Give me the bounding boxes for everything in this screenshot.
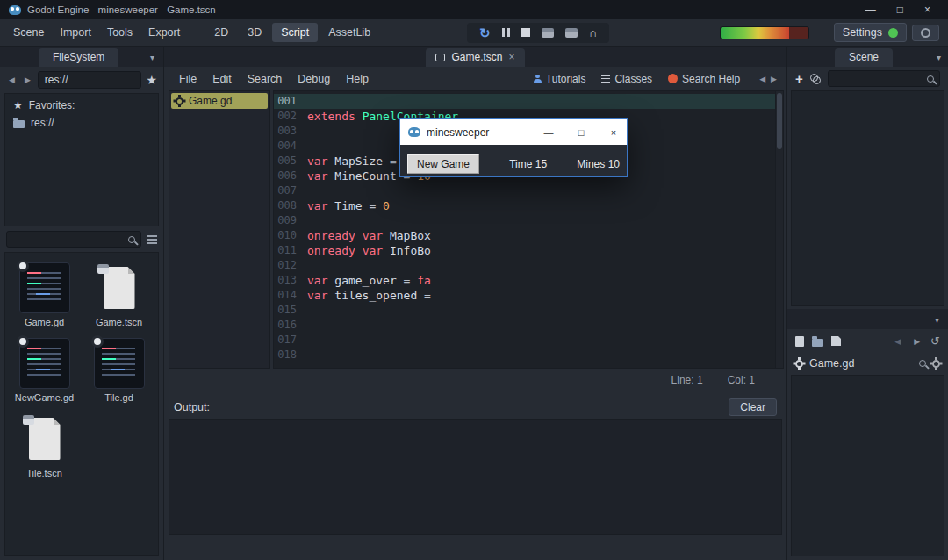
inspector-forward-button[interactable]: ▶ [911, 335, 923, 348]
script-menu-edit[interactable]: Edit [205, 69, 240, 89]
stop-button[interactable] [521, 28, 530, 37]
inspector-tools-icon[interactable] [932, 360, 940, 368]
favorites-header[interactable]: ★ Favorites: [7, 97, 156, 114]
window-title: Godot Engine - minesweeper - Game.tscn [27, 4, 216, 15]
script-list-item[interactable]: Game.gd [171, 93, 268, 109]
new-resource-icon[interactable] [795, 336, 804, 347]
load-resource-icon[interactable] [812, 339, 823, 347]
history-icon[interactable]: ↺ [930, 334, 940, 348]
inspector-dock-menu-icon[interactable]: ▾ [933, 315, 941, 329]
line-number: 008 [274, 198, 307, 213]
path-input[interactable]: res:// [38, 71, 142, 89]
play-scene-icon [542, 28, 554, 38]
scene-badge-icon [23, 415, 34, 425]
script-forward-button[interactable]: ▶ [768, 73, 779, 85]
code-line[interactable]: 016 [274, 318, 775, 333]
script-back-button[interactable]: ◀ [757, 73, 768, 85]
file-item-tile-tscn[interactable]: Tile.tscn [7, 409, 82, 485]
menu-import[interactable]: Import [52, 23, 98, 42]
minesweeper-window: minesweeper — □ × New Game Time 15 Mines… [399, 118, 628, 177]
code-text: onready var InfoBo [307, 243, 431, 258]
favorite-toggle-button[interactable]: ★ [146, 73, 157, 87]
audio-monitor-button[interactable]: ∩ [589, 27, 597, 39]
code-line[interactable]: 018 [274, 348, 775, 363]
history-back-button[interactable]: ◀ [6, 74, 18, 86]
screen-tab-2d[interactable]: 2D [205, 23, 237, 42]
code-scrollbar[interactable] [775, 91, 783, 368]
code-line[interactable]: 010onready var MapBox [274, 228, 775, 243]
play-scene-button[interactable] [542, 28, 554, 38]
play-custom-scene-button[interactable] [565, 28, 578, 38]
script-menu-debug[interactable]: Debug [290, 69, 338, 89]
scrollbar-thumb[interactable] [777, 93, 782, 149]
tab-filesystem[interactable]: FileSystem [39, 48, 118, 67]
inspector-search-icon[interactable] [919, 360, 926, 367]
filesystem-search-input[interactable] [6, 231, 141, 248]
menu-export[interactable]: Export [140, 23, 188, 42]
minimize-button[interactable]: — [865, 4, 876, 15]
code-line[interactable]: 011onready var InfoBo [274, 243, 775, 258]
menu-tools[interactable]: Tools [99, 23, 140, 42]
screen-tab-3d[interactable]: 3D [239, 23, 270, 42]
clear-button[interactable]: Clear [729, 398, 777, 416]
line-number: 001 [274, 94, 307, 109]
game-close-button[interactable]: × [600, 119, 627, 145]
tab-game-tscn[interactable]: Game.tscn × [426, 48, 524, 67]
file-item-game-gd[interactable]: Game.gd [7, 258, 82, 334]
root-folder-item[interactable]: res:// [7, 114, 156, 132]
inspector-back-button[interactable]: ◀ [892, 335, 903, 348]
dock-menu-icon[interactable]: ▾ [148, 53, 156, 67]
game-minimize-button[interactable]: — [535, 119, 562, 145]
filter-nodes-input[interactable] [828, 70, 940, 87]
code-line[interactable]: 013var game_over = fa [274, 273, 775, 288]
pause-button[interactable] [502, 28, 510, 37]
file-item-tile-gd[interactable]: Tile.gd [82, 334, 156, 409]
close-tab-icon[interactable]: × [509, 51, 515, 63]
code-line[interactable]: 009 [274, 213, 775, 228]
file-name: Game.tscn [96, 317, 142, 327]
code-line[interactable]: 015 [274, 303, 775, 318]
script-menu-help[interactable]: Help [338, 69, 377, 89]
code-line[interactable]: 017 [274, 333, 775, 348]
inspector-toolbar: ◀ ▶ ↺ [787, 329, 948, 353]
settings-button[interactable]: Settings [834, 23, 907, 42]
help-label: Search Help [682, 73, 740, 85]
menu-scene[interactable]: Scene [5, 23, 52, 42]
game-maximize-button[interactable]: □ [568, 119, 594, 145]
file-list-toggle-icon[interactable] [147, 235, 157, 244]
history-forward-button[interactable]: ▶ [22, 74, 33, 86]
save-resource-icon[interactable] [831, 336, 841, 346]
scene-dock-menu-icon[interactable]: ▾ [935, 53, 943, 67]
code-line[interactable]: 012 [274, 258, 775, 273]
file-item-game-tscn[interactable]: Game.tscn [82, 258, 156, 334]
screen-tab-assetlib[interactable]: AssetLib [320, 23, 379, 42]
code-line[interactable]: 014var tiles_opened = [274, 288, 775, 303]
tab-scene[interactable]: Scene [835, 48, 893, 67]
bottom-panel-tabs [164, 535, 786, 560]
scene-tabbar: Game.tscn × [164, 47, 786, 67]
horizontal-splitter[interactable] [164, 389, 786, 395]
script-menu-file[interactable]: File [171, 69, 205, 89]
screen-tab-script[interactable]: Script [272, 23, 318, 42]
game-titlebar[interactable]: minesweeper — □ × [400, 119, 627, 145]
script-menu-search[interactable]: Search [240, 69, 291, 89]
add-node-button[interactable]: + [795, 72, 803, 85]
update-spinner-button[interactable] [912, 25, 939, 41]
help-button-person[interactable]: Tutorials [530, 71, 590, 87]
new-game-button[interactable]: New Game [407, 154, 479, 174]
scene-dock: Scene ▾ + ▾ ◀ ▶ ↺ [786, 47, 948, 560]
file-item-newgame-gd[interactable]: NewGame.gd [7, 334, 82, 409]
maximize-button[interactable]: □ [897, 4, 903, 15]
file-name: Game.gd [25, 317, 64, 327]
script-menubar-row: FileEditSearchDebugHelp TutorialsClasses… [164, 67, 786, 90]
close-button[interactable]: × [924, 4, 930, 15]
play-button[interactable]: ↻ [479, 26, 491, 39]
line-number: 012 [274, 258, 307, 273]
code-line[interactable]: 008var Time = 0 [274, 198, 775, 213]
help-button-help[interactable]: Search Help [664, 71, 743, 87]
help-button-list[interactable]: Classes [598, 71, 656, 87]
code-line[interactable]: 007 [274, 183, 775, 198]
root-folder-label: res:// [31, 117, 54, 129]
code-line[interactable]: 001 [274, 94, 775, 109]
instance-scene-icon[interactable] [810, 74, 821, 84]
